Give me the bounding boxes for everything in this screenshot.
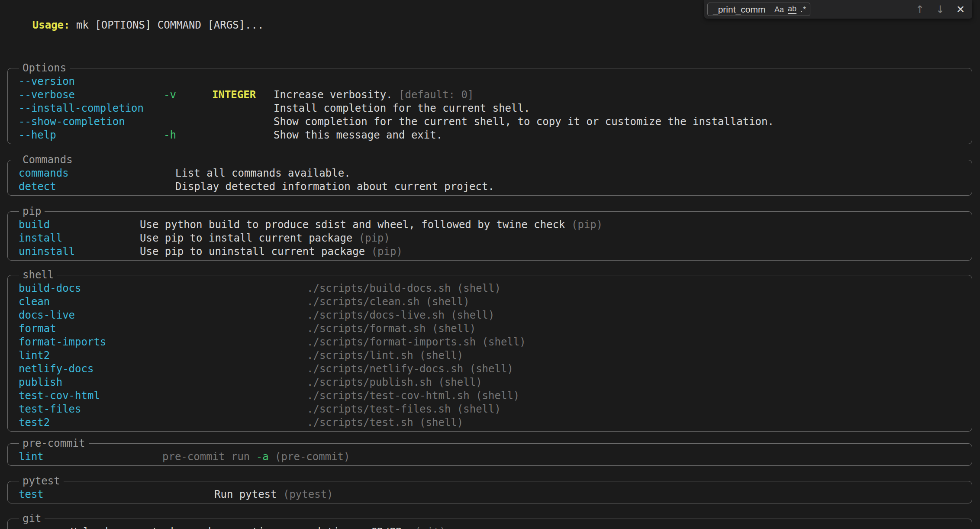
- command-name: publish: [19, 376, 307, 389]
- panel-git: git up Upload current change by creating…: [7, 519, 972, 529]
- option-flag: -h: [164, 129, 212, 142]
- command-name: clean: [19, 295, 307, 309]
- command-description: Use pip to uninstall current package (pi…: [140, 245, 963, 258]
- terminal-find-widget: _print_comm Aa ab .* ↑ ↓ ✕: [704, 0, 972, 19]
- command-row: build Use python build to produce sdist …: [19, 218, 963, 232]
- command-script-path: ./scripts/test-files.sh (shell): [307, 403, 963, 416]
- terminal-output: Usage: mk [OPTIONS] COMMAND [ARGS]... Op…: [0, 0, 980, 529]
- panel-pytest-title: pytest: [19, 474, 64, 488]
- command-row: format-imports ./scripts/format-imports.…: [19, 335, 963, 349]
- command-name: detect: [19, 180, 175, 194]
- find-query-text[interactable]: _print_comm: [713, 4, 770, 15]
- command-row: lint2 ./scripts/lint.sh (shell): [19, 349, 963, 362]
- command-description: Use python build to produce sdist and wh…: [140, 218, 963, 232]
- find-nav-buttons: ↑ ↓ ✕: [912, 0, 969, 19]
- command-name: lint2: [19, 349, 307, 362]
- panel-commands-title: Commands: [19, 153, 76, 167]
- command-description: Run pytest (pytest): [214, 488, 963, 501]
- command-name: install: [19, 232, 140, 245]
- command-row: test Run pytest (pytest): [19, 488, 963, 501]
- command-row: clean ./scripts/clean.sh (shell): [19, 295, 963, 309]
- command-row: format ./scripts/format.sh (shell): [19, 322, 963, 335]
- panel-git-title: git: [19, 512, 45, 526]
- command-row: detect Display detected information abou…: [19, 180, 963, 194]
- panel-pip: pip build Use python build to produce sd…: [7, 211, 972, 261]
- command-script-path: ./scripts/test-cov-html.sh (shell): [307, 389, 963, 403]
- panel-shell-title: shell: [19, 268, 57, 282]
- command-row: up Upload current change by creating or …: [19, 526, 963, 529]
- option-flag: [164, 75, 212, 88]
- find-next-button[interactable]: ↓: [932, 2, 948, 17]
- option-metavar: [212, 115, 274, 129]
- panel-pytest: pytest test Run pytest (pytest): [7, 481, 972, 503]
- command-script-path: ./scripts/format.sh (shell): [307, 322, 963, 335]
- option-row: --show-completion Show completion for th…: [19, 115, 963, 129]
- option-row: --version: [19, 75, 963, 88]
- command-name: test2: [19, 416, 307, 429]
- panel-pre-commit: pre-commit lint pre-commit run -a (pre-c…: [7, 443, 972, 466]
- option-flag: [164, 115, 212, 129]
- command-row: test2 ./scripts/test.sh (shell): [19, 416, 963, 429]
- command-row: test-files ./scripts/test-files.sh (shel…: [19, 403, 963, 416]
- find-search-input[interactable]: _print_comm Aa ab .*: [707, 3, 810, 16]
- command-name: up: [19, 526, 71, 529]
- usage-command: mk [OPTIONS] COMMAND [ARGS]...: [70, 19, 264, 31]
- command-script-path: ./scripts/test.sh (shell): [307, 416, 963, 429]
- option-description: Show this message and exit.: [274, 129, 963, 142]
- option-description: Install completion for the current shell…: [274, 102, 963, 115]
- command-script-path: ./scripts/publish.sh (shell): [307, 376, 963, 389]
- command-row: install Use pip to install current packa…: [19, 232, 963, 245]
- command-script-path: ./scripts/format-imports.sh (shell): [307, 335, 963, 349]
- command-name: build: [19, 218, 140, 232]
- option-flag: -v: [164, 88, 212, 102]
- command-name: test-cov-html: [19, 389, 307, 403]
- command-name: format-imports: [19, 335, 307, 349]
- command-description: pre-commit run -a (pre-commit): [162, 450, 963, 464]
- command-description: List all commands available.: [175, 167, 963, 180]
- option-description: Show completion for the current shell, t…: [274, 115, 963, 129]
- command-name: lint: [19, 450, 162, 464]
- option-name: --install-completion: [19, 102, 164, 115]
- option-metavar: [212, 75, 274, 88]
- command-script-path: ./scripts/clean.sh (shell): [307, 295, 963, 309]
- panel-options: Options --version --verbose -v INTEGER I…: [7, 68, 972, 144]
- command-description: Upload current change by creating or upd…: [71, 526, 963, 529]
- option-row: --verbose -v INTEGER Increase verbosity.…: [19, 88, 963, 102]
- option-description: [274, 75, 963, 88]
- panel-shell: shell build-docs ./scripts/build-docs.sh…: [7, 275, 972, 432]
- command-name: netlify-docs: [19, 362, 307, 376]
- option-name: --show-completion: [19, 115, 164, 129]
- find-previous-button[interactable]: ↑: [912, 2, 928, 17]
- option-row: --install-completion Install completion …: [19, 102, 963, 115]
- option-metavar: [212, 129, 274, 142]
- option-flag: [164, 102, 212, 115]
- option-name: --version: [19, 75, 164, 88]
- command-name: commands: [19, 167, 175, 180]
- command-name: uninstall: [19, 245, 140, 258]
- command-row: test-cov-html ./scripts/test-cov-html.sh…: [19, 389, 963, 403]
- match-case-icon[interactable]: Aa: [774, 6, 784, 13]
- option-metavar: INTEGER: [212, 88, 274, 102]
- command-row: docs-live ./scripts/docs-live.sh (shell): [19, 309, 963, 322]
- find-close-button[interactable]: ✕: [952, 2, 969, 17]
- command-script-path: ./scripts/docs-live.sh (shell): [307, 309, 963, 322]
- command-script-path: ./scripts/build-docs.sh (shell): [307, 282, 963, 295]
- command-row: build-docs ./scripts/build-docs.sh (shel…: [19, 282, 963, 295]
- command-name: format: [19, 322, 307, 335]
- command-row: commands List all commands available.: [19, 167, 963, 180]
- command-name: build-docs: [19, 282, 307, 295]
- panel-pip-title: pip: [19, 205, 45, 218]
- command-description: Use pip to install current package (pip): [140, 232, 963, 245]
- command-name: test-files: [19, 403, 307, 416]
- command-script-path: ./scripts/netlify-docs.sh (shell): [307, 362, 963, 376]
- option-description: Increase verbosity. [default: 0]: [274, 88, 963, 102]
- option-name: --help: [19, 129, 164, 142]
- command-name: docs-live: [19, 309, 307, 322]
- command-row: netlify-docs ./scripts/netlify-docs.sh (…: [19, 362, 963, 376]
- command-row: lint pre-commit run -a (pre-commit): [19, 450, 963, 464]
- regex-icon[interactable]: .*: [800, 6, 806, 13]
- command-name: test: [19, 488, 214, 501]
- option-row: --help -h Show this message and exit.: [19, 129, 963, 142]
- panel-options-title: Options: [19, 61, 70, 75]
- whole-word-icon[interactable]: ab: [788, 5, 796, 14]
